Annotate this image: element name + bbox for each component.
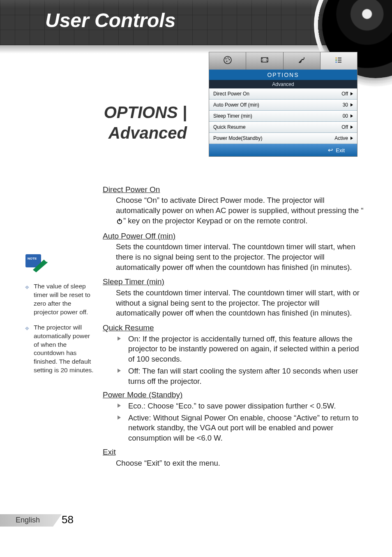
osd-row-label: Sleep Timer (min) <box>213 113 252 119</box>
svg-point-2 <box>227 58 228 59</box>
note-item-2: ❖The projector will automatically power … <box>25 323 94 375</box>
osd-exit-row[interactable]: ↩ Exit <box>209 144 357 156</box>
back-arrow-icon: ↩ <box>328 146 333 154</box>
svg-point-1 <box>225 58 226 60</box>
osd-exit-label: Exit <box>336 147 345 153</box>
osd-row-value: Off <box>341 91 348 97</box>
bullet-quick-resume-on: On: If the projector is accidentally tur… <box>116 334 364 364</box>
chevron-right-icon <box>350 125 353 129</box>
osd-row-value: 30 <box>343 102 348 108</box>
heading-direct-power-on: Direct Power On <box>103 184 364 195</box>
footer-page-number: 58 <box>62 513 74 526</box>
heading-sleep-timer: Sleep Timer (min) <box>103 276 364 287</box>
svg-point-3 <box>228 59 230 60</box>
chevron-right-icon <box>350 103 353 107</box>
osd-row-label: Quick Resume <box>213 124 246 130</box>
osd-row-value: Active <box>334 135 348 141</box>
osd-row-auto-power-off[interactable]: Auto Power Off (min) 30 <box>209 100 357 111</box>
osd-row-value: Off <box>341 124 348 130</box>
side-notes: ❖The value of sleep timer will be reset … <box>25 282 94 381</box>
osd-row-direct-power-on[interactable]: Direct Power On Off <box>209 88 357 100</box>
section-title-line2: Advanced <box>108 124 187 142</box>
heading-power-mode: Power Mode (Standby) <box>103 390 364 400</box>
heading-auto-power-off: Auto Power Off (min) <box>103 231 364 241</box>
osd-row-label: Auto Power Off (min) <box>213 102 259 108</box>
osd-tabs <box>209 52 357 70</box>
osd-row-label: Power Mode(Standby) <box>213 135 262 141</box>
osd-tab-options[interactable] <box>321 52 357 70</box>
para-auto-power-off: Sets the countdown timer interval. The c… <box>116 242 364 272</box>
bullet-quick-resume-off: Off: The fan will start cooling the syst… <box>116 366 364 387</box>
heading-quick-resume: Quick Resume <box>103 323 364 333</box>
osd-row-power-mode[interactable]: Power Mode(Standby) Active <box>209 133 357 144</box>
diamond-bullet-icon: ❖ <box>25 284 30 291</box>
bullet-power-mode-active: Active: Without Signal Power On enable, … <box>116 413 364 443</box>
bullet-power-mode-eco: Eco.: Choose “Eco.” to save power dissip… <box>116 401 364 411</box>
heading-exit: Exit <box>103 447 364 457</box>
section-title-line1: OPTIONS | <box>104 103 187 121</box>
osd-tab-image[interactable] <box>209 52 246 70</box>
note-item-1: ❖The value of sleep timer will be reset … <box>25 282 94 317</box>
osd-row-quick-resume[interactable]: Quick Resume Off <box>209 122 357 133</box>
svg-point-6 <box>336 57 337 58</box>
osd-row-label: Direct Power On <box>213 91 249 97</box>
chevron-right-icon <box>350 92 353 95</box>
diamond-bullet-icon: ❖ <box>25 325 30 332</box>
osd-row-sleep-timer[interactable]: Sleep Timer (min) 00 <box>209 111 357 122</box>
display-icon <box>260 55 270 67</box>
bullet-triangle-icon <box>118 369 121 373</box>
osd-row-value: 00 <box>343 113 348 119</box>
chevron-right-icon <box>350 114 353 118</box>
svg-point-0 <box>224 56 231 64</box>
wrench-icon <box>297 55 307 67</box>
section-title: OPTIONS | Advanced <box>0 102 187 143</box>
svg-point-8 <box>336 61 337 63</box>
bullet-triangle-icon <box>118 404 121 408</box>
page-footer: English 58 <box>0 514 107 527</box>
svg-point-4 <box>226 61 227 62</box>
osd-tab-display[interactable] <box>246 52 283 70</box>
para-sleep-timer: Sets the countdown timer interval. The c… <box>116 288 364 318</box>
palette-icon <box>223 55 233 67</box>
svg-text:NOTE: NOTE <box>28 257 37 260</box>
note-icon: NOTE <box>25 253 48 272</box>
bullet-triangle-icon <box>118 415 121 420</box>
osd-tab-setup[interactable] <box>284 52 321 70</box>
power-icon <box>116 216 123 227</box>
svg-point-7 <box>336 59 337 60</box>
footer-language: English <box>16 516 40 525</box>
osd-menu: OPTIONS Advanced Direct Power On Off Aut… <box>209 52 357 157</box>
bullet-triangle-icon <box>118 337 121 341</box>
para-direct-power-on: Choose “On” to activate Direct Power mod… <box>116 195 364 226</box>
chevron-right-icon <box>350 137 353 140</box>
osd-subheader: Advanced <box>209 80 357 88</box>
osd-header: OPTIONS <box>209 70 357 80</box>
list-icon <box>334 55 344 67</box>
body-content: Direct Power On Choose “On” to activate … <box>103 184 364 472</box>
para-exit: Choose “Exit” to exit the menu. <box>116 458 364 469</box>
